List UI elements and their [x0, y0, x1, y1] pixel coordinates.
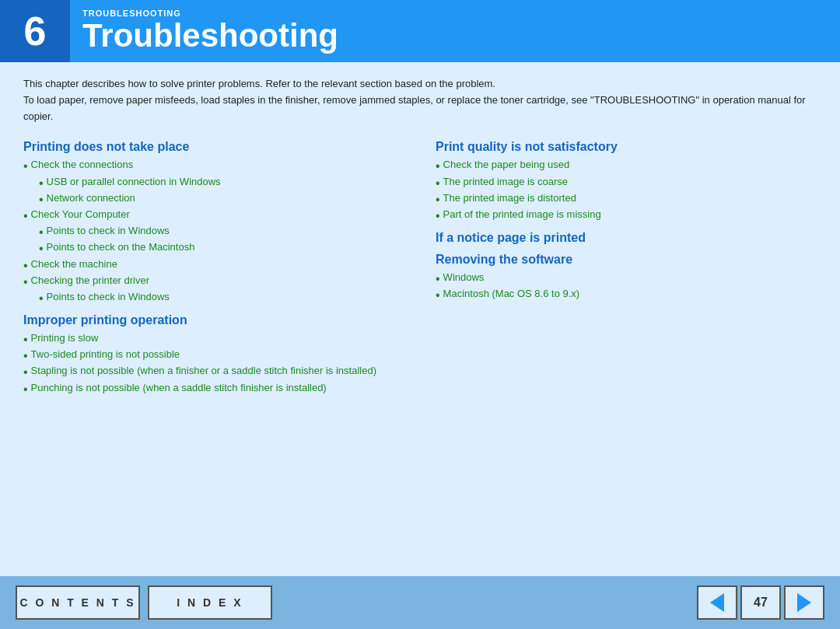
list-item[interactable]: • Two-sided printing is not possible	[23, 348, 404, 363]
list-item[interactable]: • Check Your Computer	[23, 208, 404, 223]
list-item[interactable]: • Checking the printer driver	[23, 274, 404, 289]
list-item[interactable]: • Points to check in Windows	[23, 291, 404, 306]
bullet-icon: •	[436, 208, 440, 223]
left-column: Printing does not take place • Check the…	[23, 140, 420, 397]
bullet-icon: •	[436, 192, 440, 207]
section-removing-software: Removing the software	[436, 253, 817, 267]
list-item[interactable]: • Check the paper being used	[436, 159, 817, 173]
section-print-quality: Print quality is not satisfactory	[436, 140, 817, 154]
chapter-number: 6	[0, 0, 70, 62]
footer-navigation: 47	[697, 585, 824, 620]
list-item[interactable]: • Check the connections	[23, 159, 404, 173]
list-item[interactable]: • Points to check in Windows	[23, 225, 404, 239]
list-item[interactable]: • Macintosh (Mac OS 8.6 to 9.x)	[436, 288, 817, 302]
bullet-icon: •	[23, 382, 28, 397]
bullet-icon: •	[23, 332, 28, 347]
list-item[interactable]: • Network connection	[23, 192, 404, 207]
list-item[interactable]: • Windows	[436, 271, 817, 286]
arrow-right-icon	[797, 593, 811, 612]
prev-page-button[interactable]	[697, 585, 737, 620]
list-item[interactable]: • Check the machine	[23, 258, 404, 273]
header-title: Troubleshooting	[82, 18, 338, 54]
right-column: Print quality is not satisfactory • Chec…	[420, 140, 817, 397]
list-item[interactable]: • The printed image is distorted	[436, 192, 817, 207]
bullet-icon: •	[39, 225, 44, 239]
page-header: 6 TROUBLESHOOTING Troubleshooting	[0, 0, 840, 62]
list-item[interactable]: • The printed image is coarse	[436, 176, 817, 190]
section-improper-printing-operation: Improper printing operation	[23, 313, 404, 327]
two-column-layout: Printing does not take place • Check the…	[23, 140, 817, 397]
bullet-icon: •	[39, 192, 44, 207]
bullet-icon: •	[436, 176, 440, 190]
bullet-icon: •	[23, 348, 28, 363]
list-item[interactable]: • Punching is not possible (when a saddl…	[23, 382, 404, 397]
header-text: TROUBLESHOOTING Troubleshooting	[70, 9, 338, 54]
page-number: 47	[740, 585, 781, 620]
bullet-icon: •	[436, 271, 440, 286]
bullet-icon: •	[39, 241, 44, 256]
bullet-icon: •	[23, 159, 28, 173]
index-button[interactable]: I N D E X	[148, 585, 272, 620]
main-content: This chapter describes how to solve prin…	[0, 62, 840, 576]
list-item[interactable]: • Points to check on the Macintosh	[23, 241, 404, 256]
list-item[interactable]: • Stapling is not possible (when a finis…	[23, 365, 404, 379]
contents-button[interactable]: C O N T E N T S	[16, 585, 140, 620]
bullet-icon: •	[23, 274, 28, 289]
bullet-icon: •	[23, 208, 28, 223]
intro-paragraph: This chapter describes how to solve prin…	[23, 76, 817, 124]
arrow-left-icon	[710, 593, 724, 612]
bullet-icon: •	[436, 288, 440, 302]
section-printing-does-not-take-place: Printing does not take place	[23, 140, 404, 154]
bullet-icon: •	[39, 176, 44, 190]
bullet-icon: •	[436, 159, 440, 173]
section-notice-page: If a notice page is printed	[436, 231, 817, 245]
next-page-button[interactable]	[784, 585, 824, 620]
list-item[interactable]: • USB or parallel connection in Windows	[23, 176, 404, 190]
footer: C O N T E N T S I N D E X 47	[0, 576, 840, 629]
list-item[interactable]: • Part of the printed image is missing	[436, 208, 817, 223]
bullet-icon: •	[23, 365, 28, 379]
bullet-icon: •	[23, 258, 28, 273]
list-item[interactable]: • Printing is slow	[23, 332, 404, 347]
bullet-icon: •	[39, 291, 44, 306]
